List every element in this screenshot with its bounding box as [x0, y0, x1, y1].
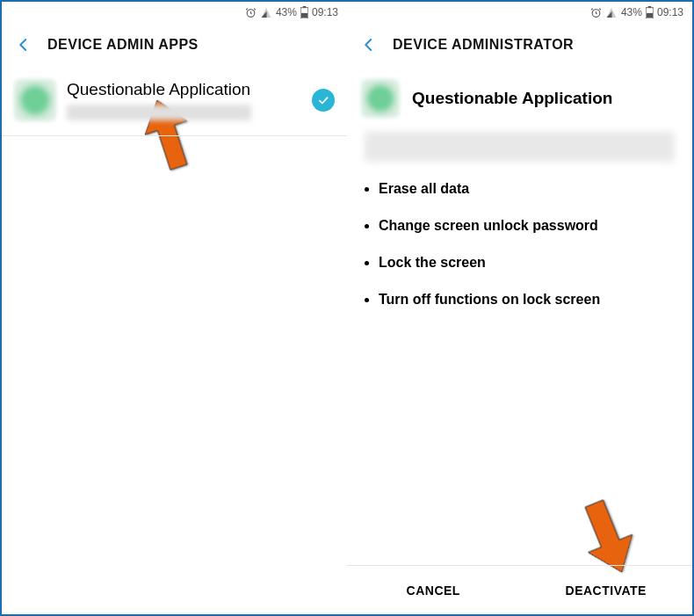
battery-percent: 43%	[276, 6, 297, 18]
permissions-list: Erase all data Change screen unlock pass…	[347, 162, 692, 329]
cancel-button[interactable]: CANCEL	[347, 566, 520, 614]
admin-app-row[interactable]: Questionable Application	[2, 67, 347, 136]
app-name-label: Questionable Application	[412, 89, 612, 108]
signal-icon	[260, 7, 272, 18]
app-description-blurred	[365, 132, 675, 162]
checkmark-icon[interactable]	[312, 89, 335, 112]
status-time: 09:13	[312, 6, 338, 18]
back-icon[interactable]	[359, 35, 379, 54]
permission-item: Change screen unlock password	[379, 218, 669, 234]
permission-item: Lock the screen	[379, 255, 669, 271]
action-button-bar: CANCEL DEACTIVATE	[347, 565, 692, 614]
app-subtitle-blurred	[67, 105, 251, 120]
status-bar: 43% 09:13	[347, 2, 692, 23]
status-bar: 43% 09:13	[2, 2, 347, 23]
svg-rect-3	[301, 13, 307, 18]
svg-rect-6	[648, 6, 652, 8]
header: DEVICE ADMINISTRATOR	[347, 23, 692, 67]
page-title: DEVICE ADMIN APPS	[47, 37, 199, 53]
app-detail-header: Questionable Application	[347, 67, 692, 127]
alarm-icon	[590, 7, 602, 18]
screen-device-admin-apps: 43% 09:13 DEVICE ADMIN APPS Questionable…	[2, 2, 347, 614]
deactivate-button[interactable]: DEACTIVATE	[520, 566, 693, 614]
status-time: 09:13	[657, 6, 683, 18]
permission-item: Turn off functions on lock screen	[379, 292, 669, 308]
svg-rect-2	[303, 6, 307, 8]
battery-percent: 43%	[621, 6, 642, 18]
page-title: DEVICE ADMINISTRATOR	[393, 37, 574, 53]
permission-item: Erase all data	[379, 181, 669, 197]
alarm-icon	[245, 7, 257, 18]
app-icon	[14, 79, 56, 121]
battery-icon	[300, 6, 308, 18]
app-name-label: Questionable Application	[67, 80, 301, 99]
svg-rect-7	[647, 13, 653, 18]
header: DEVICE ADMIN APPS	[2, 23, 347, 67]
app-icon	[361, 79, 400, 118]
screen-device-administrator: 43% 09:13 DEVICE ADMINISTRATOR Questiona…	[347, 2, 692, 614]
signal-icon	[605, 7, 618, 18]
back-icon[interactable]	[14, 35, 33, 54]
battery-icon	[646, 6, 654, 18]
